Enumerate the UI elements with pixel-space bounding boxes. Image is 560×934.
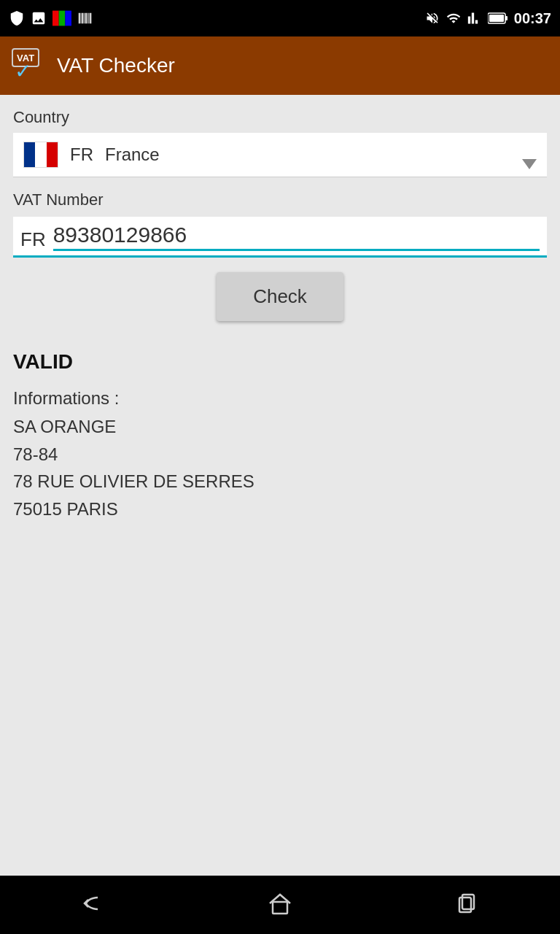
france-flag: [23, 142, 58, 168]
flag-red: [47, 142, 58, 167]
recent-button[interactable]: [451, 887, 483, 922]
info-header: Informations :: [13, 388, 547, 409]
vat-number-label: VAT Number: [13, 190, 547, 209]
ufc-icon: [52, 10, 71, 26]
info-line-4: 75015 PARIS: [13, 497, 547, 522]
shield-icon: [9, 10, 25, 26]
result-section: VALID Informations : SA ORANGE 78-84 78 …: [13, 343, 547, 531]
svg-rect-6: [273, 902, 287, 914]
back-button[interactable]: [77, 887, 109, 922]
check-button-row: Check: [13, 272, 547, 321]
home-button[interactable]: [264, 887, 296, 922]
app-title: VAT Checker: [57, 54, 175, 77]
valid-status: VALID: [13, 350, 547, 374]
back-icon: [77, 887, 109, 919]
country-name: France: [105, 144, 160, 165]
app-logo: VAT ✓: [12, 48, 47, 83]
country-selector[interactable]: FR France: [13, 133, 547, 177]
recent-icon: [451, 887, 483, 919]
status-left-icons: [9, 10, 93, 26]
mute-icon: [425, 11, 440, 26]
wifi-icon: [446, 11, 462, 26]
home-icon: [264, 887, 296, 919]
status-right-icons: 00:37: [425, 10, 551, 27]
vat-section: VAT Number FR: [13, 190, 547, 258]
info-line-3: 78 RUE OLIVIER DE SERRES: [13, 469, 547, 494]
status-bar: 00:37: [0, 0, 560, 36]
barcode-icon: [77, 10, 93, 26]
bottom-nav: [0, 876, 560, 934]
main-content: Country FR France VAT Number FR Check VA…: [0, 95, 560, 876]
vat-prefix: FR: [20, 228, 46, 251]
signal-icon: [467, 11, 482, 26]
battery-icon: [488, 12, 508, 25]
vat-input-row: FR: [13, 217, 547, 258]
svg-rect-4: [505, 16, 508, 20]
svg-rect-5: [489, 15, 504, 22]
dropdown-arrow-icon: [522, 159, 537, 169]
flag-blue: [24, 142, 35, 167]
status-time: 00:37: [514, 10, 551, 27]
svg-rect-1: [59, 11, 66, 26]
app-bar: VAT ✓ VAT Checker: [0, 36, 560, 95]
flag-white: [35, 142, 46, 167]
info-line-2: 78-84: [13, 442, 547, 467]
check-button[interactable]: Check: [217, 272, 343, 321]
country-label: Country: [13, 108, 547, 127]
vat-input[interactable]: [53, 223, 540, 251]
svg-rect-2: [65, 11, 71, 26]
checkmark-icon: ✓: [15, 59, 31, 83]
svg-rect-0: [52, 11, 59, 26]
image-icon: [31, 10, 47, 26]
info-line-1: SA ORANGE: [13, 414, 547, 439]
country-code: FR: [70, 144, 93, 165]
